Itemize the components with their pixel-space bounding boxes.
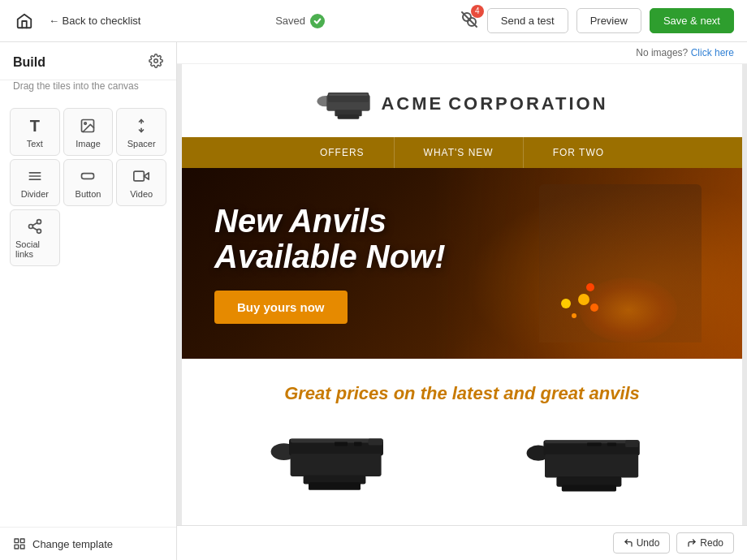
canvas-area[interactable]: No images? Click here — [177, 42, 747, 560]
redo-icon — [687, 538, 697, 548]
email-hero: New Anvils Available Now! Buy yours now — [182, 168, 742, 359]
preview-button[interactable]: Preview — [576, 8, 641, 33]
settings-icon[interactable] — [149, 54, 163, 71]
hero-cta-button[interactable]: Buy yours now — [214, 291, 348, 324]
redo-button[interactable]: Redo — [676, 532, 734, 554]
svg-line-18 — [32, 222, 37, 225]
product-item-1[interactable] — [214, 424, 454, 497]
products-row — [214, 424, 710, 497]
svg-marker-12 — [144, 173, 149, 179]
nav-whats-new[interactable]: WHAT'S NEW — [394, 137, 523, 168]
svg-rect-22 — [20, 545, 24, 549]
divider-tile-icon — [27, 168, 43, 186]
send-test-button[interactable]: Send a test — [487, 8, 568, 33]
no-images-bar: No images? Click here — [177, 42, 747, 64]
top-bar: ← Back to checklist Saved 4 Send a test … — [0, 0, 747, 42]
svg-rect-19 — [15, 539, 19, 543]
svg-rect-28 — [329, 93, 368, 96]
video-tile-icon — [133, 168, 149, 186]
nav-for-two[interactable]: FOR TWO — [523, 137, 633, 168]
change-template-button[interactable]: Change template — [0, 527, 176, 560]
svg-rect-20 — [20, 539, 24, 543]
svg-rect-33 — [309, 482, 361, 490]
email-nav: OFFERS WHAT'S NEW FOR TWO — [182, 137, 742, 168]
nav-offers[interactable]: OFFERS — [291, 137, 394, 168]
svg-rect-44 — [625, 440, 638, 447]
notification-icon[interactable]: 4 — [460, 10, 479, 32]
brand-anvil-icon — [316, 84, 381, 124]
tile-divider[interactable]: Divider — [10, 159, 60, 206]
tile-text[interactable]: T Text — [10, 108, 60, 156]
tile-image[interactable]: Image — [63, 108, 114, 156]
email-products: Great prices on the latest and great anv… — [182, 359, 742, 513]
tiles-grid: T Text Image — [0, 100, 176, 527]
sidebar: Build Drag the tiles into the canvas T T… — [0, 42, 177, 560]
tile-video[interactable]: Video — [116, 159, 166, 206]
svg-rect-21 — [15, 545, 19, 549]
brand-name-right: CORPORATION — [448, 93, 607, 114]
hero-title: New Anvils Available Now! — [214, 203, 710, 274]
back-to-checklist-link[interactable]: ← Back to checklist — [49, 15, 140, 27]
saved-indicator: Saved — [275, 14, 325, 28]
svg-rect-45 — [587, 442, 602, 446]
svg-rect-36 — [335, 442, 348, 446]
spacer-tile-icon — [133, 118, 149, 136]
email-header: ACME CORPORATION — [182, 64, 742, 137]
svg-rect-46 — [607, 442, 615, 446]
hero-content: New Anvils Available Now! Buy yours now — [182, 203, 742, 324]
svg-rect-31 — [290, 454, 381, 476]
sidebar-subtitle: Drag the tiles into the canvas — [0, 80, 176, 100]
click-here-link[interactable]: Click here — [691, 47, 734, 58]
product-item-2[interactable] — [470, 424, 710, 497]
saved-check-icon — [310, 14, 325, 28]
undo-icon — [624, 538, 633, 548]
tile-button[interactable]: Button — [63, 159, 114, 206]
svg-point-5 — [84, 122, 87, 124]
notification-badge: 4 — [471, 5, 484, 18]
anvil-product-icon-2 — [525, 424, 655, 497]
svg-rect-27 — [338, 114, 360, 118]
svg-rect-35 — [368, 439, 382, 446]
svg-rect-42 — [561, 485, 615, 491]
main-layout: Build Drag the tiles into the canvas T T… — [0, 42, 747, 560]
top-bar-right: 4 Send a test Preview Save & next — [460, 8, 734, 33]
image-tile-icon — [80, 118, 96, 136]
sidebar-title: Build — [13, 55, 45, 70]
text-tile-icon: T — [30, 117, 40, 136]
social-links-tile-icon — [27, 218, 43, 236]
sidebar-header: Build — [0, 42, 176, 80]
save-next-button[interactable]: Save & next — [650, 8, 734, 33]
change-template-icon — [13, 537, 26, 550]
svg-rect-37 — [354, 442, 362, 446]
svg-rect-40 — [545, 454, 638, 478]
anvil-product-icon-1 — [270, 424, 399, 497]
svg-point-3 — [154, 59, 158, 63]
home-icon[interactable] — [13, 10, 36, 32]
brand-name-left: ACME — [381, 93, 443, 114]
svg-rect-13 — [134, 171, 145, 181]
undo-button[interactable]: Undo — [613, 532, 671, 554]
undo-redo-bar: Undo Redo — [177, 525, 747, 560]
svg-line-17 — [32, 227, 37, 230]
button-tile-icon — [80, 168, 96, 186]
products-title: Great prices on the latest and great anv… — [214, 383, 710, 404]
email-preview: ACME CORPORATION OFFERS WHAT'S NEW FOR T… — [182, 64, 742, 551]
brand-name-group: ACME CORPORATION — [381, 93, 607, 114]
tile-social-links[interactable]: Social links — [10, 209, 60, 266]
top-bar-left: ← Back to checklist — [13, 10, 140, 32]
svg-rect-11 — [82, 174, 94, 179]
tile-spacer[interactable]: Spacer — [116, 108, 166, 156]
